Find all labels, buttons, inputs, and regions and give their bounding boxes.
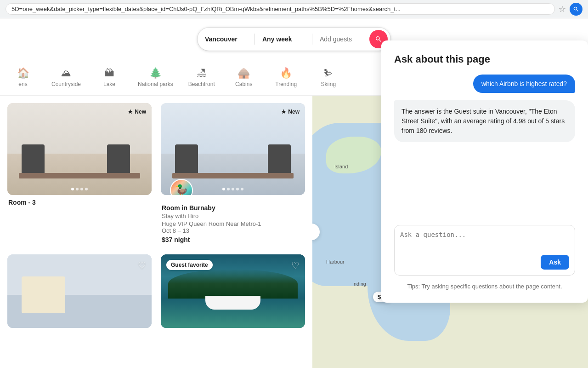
ask-input-field[interactable] [400,231,569,249]
lake-label: Lake [103,81,115,87]
listing-info-2: Room in Burnaby Stay with Hiro Huge VIP … [161,201,305,245]
browser-bar: 5D=one_week&date_picker_type=flexible_da… [0,0,588,18]
dates-input[interactable]: Any week [255,35,312,43]
image-dots-1 [71,188,88,190]
sidebar-item-countryside[interactable]: ⛰ Countryside [51,67,81,87]
sidebar-item-ens[interactable]: 🏠 ens [9,67,37,87]
url-bar[interactable]: 5D=one_week&date_picker_type=flexible_da… [6,3,555,15]
sidebar-item-lake[interactable]: 🏔 Lake [96,67,123,87]
beachfront-label: Beachfront [188,81,215,87]
listing-image-4: Guest favorite ♡ [161,254,305,328]
listing-host-2: Stay with Hiro [162,213,304,219]
listing-card-3[interactable]: ♡ [7,254,152,328]
listing-image-3: ♡ [7,254,152,328]
listing-category-2: Room in Burnaby [162,204,304,212]
listing-info-1: Room - 3 [7,195,152,208]
skiing-label: Skiing [321,81,336,87]
ens-icon: 🏠 [17,67,29,79]
sidebar-item-trending[interactable]: 🔥 Trending [272,67,300,87]
listing-image-2: 🦆 ★ New [161,103,305,195]
listing-image-1: ★ New [7,103,152,195]
ask-input-area[interactable]: Ask [394,225,575,276]
ask-submit-button[interactable]: Ask [541,255,569,270]
new-badge-1: ★ New [128,109,146,115]
lake-icon: 🏔 [104,67,114,79]
skiing-icon: ⛷ [323,67,334,79]
new-badge-2: ★ New [281,109,300,115]
cabins-icon: 🛖 [237,67,250,79]
listing-desc-2: Huge VIP Queen Room Near Metro-1 [162,220,304,227]
map-label-island: Island [334,164,348,169]
cabins-label: Cabins [235,81,252,87]
sidebar-item-skiing[interactable]: ⛷ Skiing [315,67,342,87]
ask-input-footer: Ask [400,255,569,270]
listing-title-1: Room - 3 [8,199,151,206]
map-label-harbour: Harbour [326,259,345,264]
national-parks-icon: 🌲 [149,67,162,79]
listings-grid: ★ New Room - 3 [0,96,312,368]
ask-panel-title: Ask about this page [394,53,575,65]
trending-icon: 🔥 [280,67,292,79]
main-content: Vancouver Any week Add guests 🏠 ens ⛰ Co… [0,18,588,368]
location-input[interactable]: Vancouver [198,35,254,43]
sidebar-item-national-parks[interactable]: 🌲 National parks [138,67,173,87]
ask-answer-bubble: The answer is the Guest suite in Vancouv… [394,100,575,142]
map-label-landing: nding [354,281,366,287]
sidebar-item-cabins[interactable]: 🛖 Cabins [230,67,258,87]
search-bar[interactable]: Vancouver Any week Add guests [198,28,390,51]
national-parks-label: National parks [138,81,173,87]
listing-card-2[interactable]: 🦆 ★ New Room in Burnaby Stay with Hiro H… [161,103,305,245]
sidebar-item-beachfront[interactable]: 🏖 Beachfront [188,67,215,87]
guests-input[interactable]: Add guests [312,35,369,43]
listing-price-2: $37 night [162,236,304,243]
beachfront-icon: 🏖 [197,67,207,79]
conversation-area: which Airbnb is highest rated? The answe… [394,75,575,151]
ask-panel: Ask about this page which Airbnb is high… [381,40,588,303]
ask-question-bubble: which Airbnb is highest rated? [473,75,575,93]
image-dots-2 [222,188,243,190]
ask-tips: Tips: Try asking specific questions abou… [394,283,575,290]
trending-label: Trending [275,81,297,87]
listing-card-1[interactable]: ★ New Room - 3 [7,103,152,245]
listing-card-4[interactable]: Guest favorite ♡ [161,254,305,328]
wishlist-heart-4[interactable]: ♡ [291,260,300,271]
bookmark-icon[interactable]: ☆ [559,4,566,14]
listing-dates-2: Oct 8 – 13 [162,227,304,234]
countryside-label: Countryside [51,81,81,87]
guest-favorite-badge: Guest favorite [166,260,213,270]
wishlist-heart-3[interactable]: ♡ [138,260,146,271]
browser-search-icon[interactable] [570,3,582,16]
countryside-icon: ⛰ [61,67,71,79]
